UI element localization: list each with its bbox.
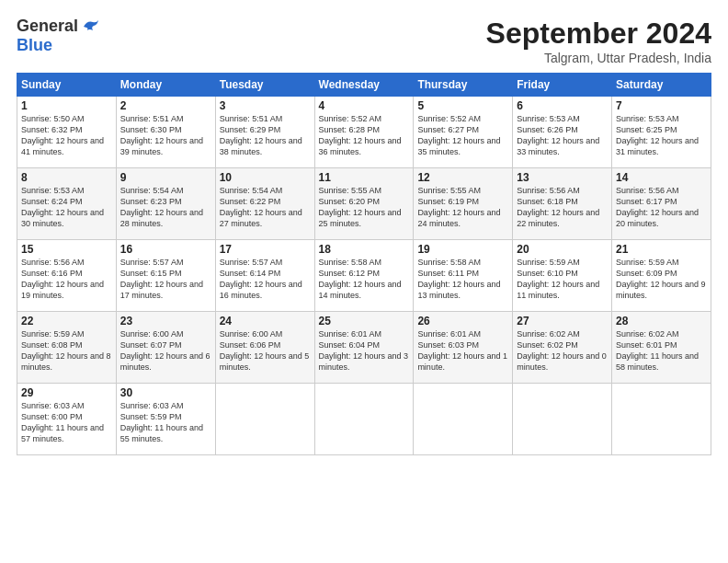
table-row: 8Sunrise: 5:53 AMSunset: 6:24 PMDaylight… bbox=[17, 168, 117, 240]
table-row: 24Sunrise: 6:00 AMSunset: 6:06 PMDayligh… bbox=[215, 312, 314, 384]
table-row: 16Sunrise: 5:57 AMSunset: 6:15 PMDayligh… bbox=[116, 240, 215, 312]
logo-blue-text: Blue bbox=[17, 36, 52, 55]
table-row: 4Sunrise: 5:52 AMSunset: 6:28 PMDaylight… bbox=[314, 97, 414, 168]
day-info: Sunrise: 5:51 AMSunset: 6:30 PMDaylight:… bbox=[120, 113, 211, 158]
sunrise-text: Sunrise: 5:56 AM bbox=[517, 186, 580, 195]
day-number: 7 bbox=[616, 99, 707, 112]
table-row: 21Sunrise: 5:59 AMSunset: 6:09 PMDayligh… bbox=[612, 240, 711, 312]
table-row: 18Sunrise: 5:58 AMSunset: 6:12 PMDayligh… bbox=[314, 240, 414, 312]
table-row: 28Sunrise: 6:02 AMSunset: 6:01 PMDayligh… bbox=[612, 312, 711, 384]
sunrise-text: Sunrise: 6:03 AM bbox=[120, 401, 184, 410]
table-row: 6Sunrise: 5:53 AMSunset: 6:26 PMDaylight… bbox=[513, 97, 612, 168]
table-row: 17Sunrise: 5:57 AMSunset: 6:14 PMDayligh… bbox=[215, 240, 314, 312]
table-row: 25Sunrise: 6:01 AMSunset: 6:04 PMDayligh… bbox=[314, 312, 414, 384]
daylight-text: Daylight: 12 hours and 9 minutes. bbox=[616, 280, 706, 300]
day-info: Sunrise: 5:57 AMSunset: 6:15 PMDaylight:… bbox=[120, 257, 211, 302]
sunrise-text: Sunrise: 6:02 AM bbox=[616, 329, 679, 339]
table-row: 29Sunrise: 6:03 AMSunset: 6:00 PMDayligh… bbox=[17, 384, 117, 455]
col-thursday: Thursday bbox=[414, 74, 513, 97]
table-row: 1Sunrise: 5:50 AMSunset: 6:32 PMDaylight… bbox=[17, 97, 117, 168]
day-number: 22 bbox=[21, 315, 112, 327]
day-number: 4 bbox=[319, 99, 410, 112]
daylight-text: Daylight: 11 hours and 58 minutes. bbox=[616, 351, 699, 372]
sunrise-text: Sunrise: 5:53 AM bbox=[517, 114, 580, 123]
table-row: 30Sunrise: 6:03 AMSunset: 5:59 PMDayligh… bbox=[116, 384, 215, 455]
sunset-text: Sunset: 6:25 PM bbox=[616, 125, 677, 134]
sunset-text: Sunset: 6:07 PM bbox=[120, 340, 182, 350]
sunset-text: Sunset: 6:14 PM bbox=[220, 269, 281, 278]
day-number: 20 bbox=[517, 243, 608, 256]
daylight-text: Daylight: 11 hours and 57 minutes. bbox=[21, 423, 104, 443]
sunset-text: Sunset: 6:17 PM bbox=[616, 197, 677, 206]
sunrise-text: Sunrise: 5:57 AM bbox=[220, 258, 283, 267]
daylight-text: Daylight: 12 hours and 6 minutes. bbox=[120, 351, 210, 372]
day-number: 15 bbox=[21, 243, 112, 256]
daylight-text: Daylight: 12 hours and 13 minutes. bbox=[417, 280, 500, 300]
day-number: 29 bbox=[21, 386, 112, 399]
sunrise-text: Sunrise: 5:55 AM bbox=[417, 186, 481, 195]
title-block: September 2024 Talgram, Uttar Pradesh, I… bbox=[486, 17, 711, 65]
table-row: 13Sunrise: 5:56 AMSunset: 6:18 PMDayligh… bbox=[513, 168, 612, 240]
day-number: 2 bbox=[120, 99, 211, 112]
day-number: 17 bbox=[220, 243, 311, 256]
sunset-text: Sunset: 6:27 PM bbox=[417, 125, 479, 134]
day-number: 1 bbox=[21, 99, 112, 112]
day-info: Sunrise: 5:54 AMSunset: 6:22 PMDaylight:… bbox=[220, 185, 311, 230]
day-info: Sunrise: 5:51 AMSunset: 6:29 PMDaylight:… bbox=[220, 113, 311, 158]
sunset-text: Sunset: 6:01 PM bbox=[616, 340, 677, 350]
day-info: Sunrise: 5:53 AMSunset: 6:25 PMDaylight:… bbox=[616, 113, 707, 158]
sunrise-text: Sunrise: 5:51 AM bbox=[220, 114, 283, 123]
daylight-text: Daylight: 12 hours and 39 minutes. bbox=[120, 136, 203, 156]
col-monday: Monday bbox=[116, 74, 215, 97]
day-number: 12 bbox=[417, 171, 508, 184]
col-saturday: Saturday bbox=[612, 74, 711, 97]
page: General Blue September 2024 Talgram, Utt… bbox=[0, 0, 728, 563]
day-number: 14 bbox=[616, 171, 707, 184]
sunrise-text: Sunrise: 5:51 AM bbox=[120, 114, 184, 123]
day-number: 26 bbox=[417, 315, 508, 327]
sunrise-text: Sunrise: 5:59 AM bbox=[517, 258, 580, 267]
day-info: Sunrise: 5:54 AMSunset: 6:23 PMDaylight:… bbox=[120, 185, 211, 230]
table-row: 19Sunrise: 5:58 AMSunset: 6:11 PMDayligh… bbox=[414, 240, 513, 312]
sunset-text: Sunset: 6:11 PM bbox=[417, 269, 479, 278]
calendar-title: September 2024 bbox=[486, 17, 711, 51]
col-tuesday: Tuesday bbox=[215, 74, 314, 97]
col-friday: Friday bbox=[513, 74, 612, 97]
day-number: 25 bbox=[319, 315, 410, 327]
day-info: Sunrise: 6:03 AMSunset: 5:59 PMDaylight:… bbox=[120, 400, 211, 445]
table-row: 20Sunrise: 5:59 AMSunset: 6:10 PMDayligh… bbox=[513, 240, 612, 312]
calendar-week-row: 15Sunrise: 5:56 AMSunset: 6:16 PMDayligh… bbox=[17, 240, 711, 312]
day-number: 8 bbox=[21, 171, 112, 184]
table-row bbox=[612, 384, 711, 455]
table-row: 3Sunrise: 5:51 AMSunset: 6:29 PMDaylight… bbox=[215, 97, 314, 168]
sunrise-text: Sunrise: 5:59 AM bbox=[616, 258, 679, 267]
day-info: Sunrise: 6:02 AMSunset: 6:02 PMDaylight:… bbox=[517, 328, 608, 373]
table-row bbox=[215, 384, 314, 455]
sunrise-text: Sunrise: 6:01 AM bbox=[319, 329, 382, 339]
daylight-text: Daylight: 12 hours and 27 minutes. bbox=[220, 208, 302, 228]
day-number: 27 bbox=[517, 315, 608, 327]
daylight-text: Daylight: 12 hours and 0 minutes. bbox=[517, 351, 607, 372]
day-number: 13 bbox=[517, 171, 608, 184]
day-number: 18 bbox=[319, 243, 410, 256]
sunset-text: Sunset: 6:00 PM bbox=[21, 412, 83, 421]
day-number: 3 bbox=[220, 99, 311, 112]
sunset-text: Sunset: 6:06 PM bbox=[220, 340, 281, 350]
day-number: 6 bbox=[517, 99, 608, 112]
day-number: 10 bbox=[220, 171, 311, 184]
table-row: 7Sunrise: 5:53 AMSunset: 6:25 PMDaylight… bbox=[612, 97, 711, 168]
day-info: Sunrise: 6:00 AMSunset: 6:06 PMDaylight:… bbox=[220, 328, 311, 373]
day-info: Sunrise: 6:01 AMSunset: 6:03 PMDaylight:… bbox=[417, 328, 508, 373]
day-number: 16 bbox=[120, 243, 211, 256]
calendar-header-row: Sunday Monday Tuesday Wednesday Thursday… bbox=[17, 74, 711, 97]
daylight-text: Daylight: 12 hours and 20 minutes. bbox=[616, 208, 699, 228]
sunset-text: Sunset: 6:24 PM bbox=[21, 197, 83, 206]
daylight-text: Daylight: 12 hours and 31 minutes. bbox=[616, 136, 699, 156]
sunrise-text: Sunrise: 5:55 AM bbox=[319, 186, 382, 195]
table-row: 5Sunrise: 5:52 AMSunset: 6:27 PMDaylight… bbox=[414, 97, 513, 168]
table-row: 10Sunrise: 5:54 AMSunset: 6:22 PMDayligh… bbox=[215, 168, 314, 240]
logo: General Blue bbox=[17, 17, 100, 55]
daylight-text: Daylight: 12 hours and 19 minutes. bbox=[21, 280, 104, 300]
day-info: Sunrise: 5:55 AMSunset: 6:19 PMDaylight:… bbox=[417, 185, 508, 230]
table-row: 15Sunrise: 5:56 AMSunset: 6:16 PMDayligh… bbox=[17, 240, 117, 312]
